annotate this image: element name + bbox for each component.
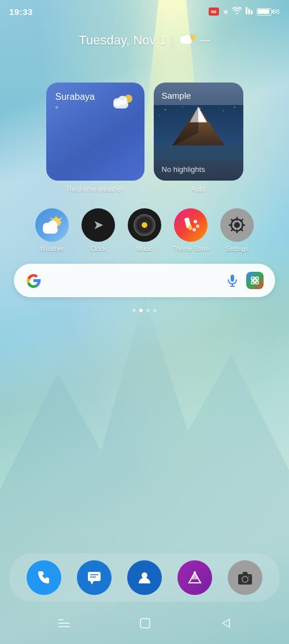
svg-point-46 [142, 572, 147, 578]
gallery-widget-label: Auto [191, 185, 206, 193]
weather-city: Surabaya [55, 92, 95, 102]
svg-rect-38 [251, 277, 254, 280]
widgets-row: Surabaya ° Real-time weather [0, 71, 289, 199]
music-app-label: Music [136, 245, 153, 252]
app-icons-row: Weather ➤ Clock Music [0, 199, 289, 257]
svg-rect-2 [251, 10, 253, 14]
app-weather[interactable]: Weather [32, 208, 72, 252]
gallery-widget[interactable]: Sample [154, 83, 243, 181]
svg-rect-39 [255, 277, 258, 280]
gallery-title: Sample [154, 83, 243, 105]
svg-point-15 [223, 110, 224, 111]
svg-rect-40 [251, 281, 254, 284]
svg-point-32 [234, 222, 240, 228]
svg-marker-43 [90, 581, 94, 585]
music-app-icon[interactable] [128, 208, 161, 242]
dock-gallery[interactable] [177, 560, 212, 595]
nav-bar [0, 611, 289, 644]
svg-rect-41 [255, 281, 258, 284]
svg-rect-34 [231, 275, 234, 282]
svg-point-53 [249, 576, 250, 578]
svg-point-29 [194, 220, 197, 223]
page-indicators [0, 304, 289, 317]
svg-rect-57 [140, 619, 150, 628]
weather-app-icon[interactable] [35, 208, 69, 242]
date-widget: Tuesday, Nov 1 | — [0, 21, 289, 54]
search-bar[interactable] [14, 264, 275, 297]
svg-point-30 [196, 224, 199, 228]
weather-widget-icon [112, 92, 135, 114]
svg-point-6 [184, 35, 191, 42]
dock-phone[interactable] [27, 560, 61, 595]
svg-rect-28 [188, 225, 192, 230]
theme-store-app-icon[interactable] [174, 208, 208, 242]
status-icons: MI ∗ [209, 7, 280, 16]
battery-level: 98 [273, 8, 280, 15]
gallery-widget-container[interactable]: Sample [154, 83, 243, 193]
dock [9, 553, 280, 602]
search-mic-icon[interactable] [225, 274, 239, 287]
weather-inline: — [179, 32, 210, 48]
clock-app-label: Clock [90, 245, 106, 252]
wifi-icon [232, 7, 242, 16]
svg-point-37 [253, 278, 257, 283]
weather-dash: — [200, 34, 210, 46]
svg-marker-58 [223, 619, 229, 627]
svg-point-12 [165, 109, 166, 110]
nav-back-icon[interactable] [219, 617, 232, 632]
clock-app-icon[interactable]: ➤ [81, 208, 115, 242]
weather-widget[interactable]: Surabaya ° [46, 83, 144, 181]
sim-icon [245, 7, 253, 16]
date-text: Tuesday, Nov 1 [79, 33, 166, 48]
settings-app-label: Settings [225, 245, 249, 252]
google-logo [25, 272, 42, 289]
svg-rect-22 [154, 145, 243, 160]
dock-messages[interactable] [77, 560, 112, 595]
app-settings[interactable]: Settings [217, 208, 257, 252]
music-record-icon [134, 214, 155, 236]
page-dot-1 [132, 309, 136, 312]
dock-contacts[interactable] [127, 560, 162, 595]
svg-point-49 [194, 571, 196, 574]
app-music[interactable]: Music [124, 208, 165, 252]
app-clock[interactable]: ➤ Clock [78, 208, 118, 252]
weather-widget-label: Real-time weather [67, 185, 123, 193]
cloud-icon [179, 32, 198, 48]
svg-rect-0 [246, 7, 247, 14]
svg-point-16 [234, 107, 235, 108]
theme-store-app-label: Theme Store [172, 245, 209, 252]
svg-rect-42 [88, 572, 101, 581]
settings-app-icon[interactable] [220, 208, 254, 242]
svg-point-26 [48, 220, 57, 230]
weather-app-label: Weather [40, 245, 64, 252]
status-time: 19:33 [9, 7, 33, 17]
clock-arrow-icon: ➤ [93, 218, 103, 233]
svg-point-13 [182, 106, 183, 107]
page-dot-2 [139, 309, 143, 312]
google-lens-icon[interactable] [246, 272, 264, 289]
weather-temp: ° [55, 104, 95, 114]
bluetooth-icon: ∗ [223, 8, 229, 16]
page-dot-3 [146, 309, 150, 312]
svg-rect-1 [248, 9, 250, 14]
battery-indicator: 98 [257, 8, 280, 16]
date-divider: | [171, 33, 175, 48]
gallery-footer: No highlights [154, 160, 243, 181]
nav-home-icon[interactable] [139, 617, 151, 632]
nav-menu-icon[interactable] [57, 618, 71, 631]
page-dot-4 [153, 309, 157, 312]
status-bar: 19:33 MI ∗ [0, 0, 289, 21]
xiaomi-notification-icon: MI [209, 8, 219, 16]
svg-point-17 [159, 115, 160, 115]
dock-camera[interactable] [228, 560, 262, 595]
svg-point-31 [192, 228, 196, 231]
mountain-image [154, 105, 243, 160]
app-theme-store[interactable]: Theme Store [171, 208, 211, 252]
svg-point-10 [118, 96, 127, 105]
svg-point-52 [243, 578, 247, 581]
weather-widget-container[interactable]: Surabaya ° Real-time weather [46, 83, 144, 193]
